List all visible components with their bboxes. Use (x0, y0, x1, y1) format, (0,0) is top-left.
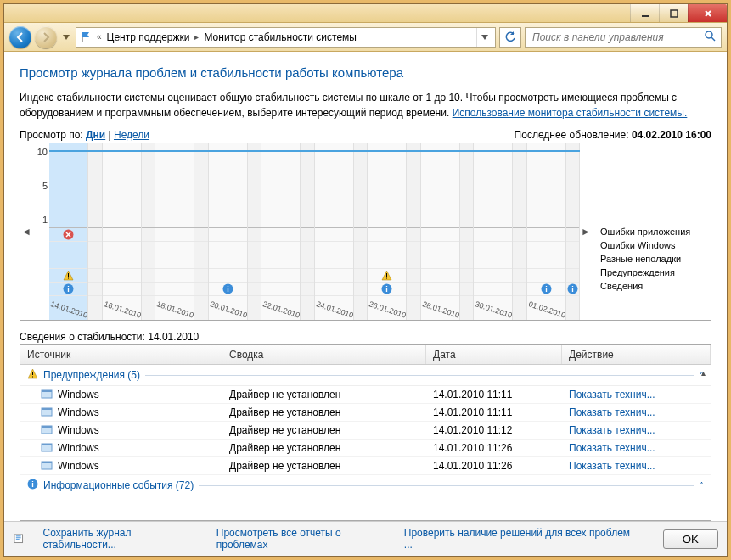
event-cell (261, 228, 300, 242)
event-cell (103, 242, 141, 255)
refresh-button[interactable] (499, 27, 521, 48)
maximize-button[interactable] (659, 4, 688, 22)
breadcrumb-sep: « (97, 32, 102, 42)
page-description: Индекс стабильности системы оценивает об… (20, 90, 711, 120)
view-days-link[interactable]: Дни (86, 129, 105, 141)
event-cell (49, 242, 87, 255)
event-cell (209, 255, 247, 269)
info-icon: i (63, 283, 74, 294)
view-all-reports-link[interactable]: Просмотреть все отчеты о проблемах (216, 527, 389, 551)
summary-cell: Драйвер не установлен (222, 460, 426, 472)
event-cell (474, 228, 512, 242)
col-action[interactable]: Действие (562, 345, 711, 364)
chart-day-column[interactable] (194, 143, 208, 320)
chart-day-column[interactable] (354, 143, 368, 320)
chart-day-column[interactable]: i26.01.2010 (368, 143, 407, 320)
action-link[interactable]: Показать технич... (569, 442, 655, 454)
last-update-label: Последнее обновление: (515, 129, 629, 141)
event-cell (513, 255, 526, 269)
section-header[interactable]: iИнформационные события (72)˄ (20, 475, 711, 496)
table-row[interactable]: WindowsДрайвер не установлен14.01.2010 1… (20, 404, 711, 422)
event-cell: i (49, 283, 87, 296)
view-weeks-link[interactable]: Недели (114, 129, 149, 141)
action-link[interactable]: Показать технич... (569, 389, 655, 400)
col-date[interactable]: Дата (426, 345, 562, 364)
collapse-icon[interactable]: ˄ (700, 481, 704, 490)
chart-day-column[interactable]: 18.01.2010 (155, 143, 194, 320)
chart-day-column[interactable]: 30.01.2010 (474, 143, 513, 320)
check-solutions-link[interactable]: Проверить наличие решений для всех пробл… (404, 527, 633, 551)
breadcrumb-item[interactable]: Центр поддержки (105, 31, 192, 43)
action-link[interactable]: Показать технич... (569, 424, 655, 436)
chart-day-column[interactable]: 24.01.2010 (315, 143, 354, 320)
action-link[interactable]: Показать технич... (569, 460, 655, 472)
history-dropdown[interactable] (60, 35, 72, 40)
save-journal-link[interactable]: Сохранить журнал стабильности... (42, 527, 200, 551)
col-summary[interactable]: Сводка (222, 345, 426, 364)
table-row[interactable]: WindowsДрайвер не установлен14.01.2010 1… (20, 386, 711, 404)
scroll-up-icon[interactable]: ▴ (697, 367, 709, 378)
chart-day-column[interactable]: 22.01.2010 (261, 143, 301, 320)
table-row[interactable]: WindowsДрайвер не установлен14.01.2010 1… (20, 457, 711, 475)
date-label: 18.01.2010 (155, 300, 194, 319)
warning-icon (27, 368, 38, 382)
chart-day-column[interactable]: i (566, 143, 580, 320)
event-cell (142, 283, 155, 296)
chart-day-column[interactable] (248, 143, 261, 320)
address-dropdown[interactable] (476, 28, 492, 47)
title-bar (4, 4, 727, 23)
action-link[interactable]: Показать технич... (569, 406, 655, 418)
date-label: 26.01.2010 (368, 300, 407, 319)
chart-scroll-left[interactable]: ◄ (20, 143, 32, 320)
event-cell (103, 283, 141, 296)
chart-day-column[interactable] (301, 143, 314, 320)
svg-rect-0 (642, 15, 649, 17)
chart-day-column[interactable] (142, 143, 155, 320)
date-cell: 14.01.2010 11:12 (426, 424, 562, 436)
breadcrumb-item[interactable]: Монитор стабильности системы (202, 31, 358, 43)
chart-scroll-right[interactable]: ► (580, 143, 592, 320)
event-cell (368, 228, 406, 242)
event-cell (513, 269, 526, 283)
chart-day-column[interactable] (88, 143, 102, 320)
legend-app-errors: Ошибки приложения (600, 225, 707, 238)
table-row[interactable]: WindowsДрайвер не установлен14.01.2010 1… (20, 422, 711, 440)
chart-day-column[interactable]: i01.02.2010 (527, 143, 566, 320)
section-header[interactable]: Предупреждения (5)˄ (20, 365, 711, 386)
warning-icon (381, 270, 392, 281)
chart-day-column[interactable]: 28.01.2010 (421, 143, 460, 320)
breadcrumb-arrow-icon[interactable]: ▸ (194, 32, 199, 42)
chart-day-column[interactable]: 16.01.2010 (103, 143, 142, 320)
section-label: Предупреждения (5) (43, 369, 140, 381)
details-table: Источник Сводка Дата Действие ▴ Предупре… (20, 344, 711, 521)
ok-button[interactable]: OK (663, 529, 718, 549)
svg-rect-22 (32, 377, 33, 378)
chart-day-column[interactable] (513, 143, 526, 320)
event-cell (209, 242, 247, 255)
back-button[interactable] (9, 26, 31, 48)
search-input[interactable] (531, 31, 699, 44)
col-source[interactable]: Источник (20, 345, 222, 364)
chart-day-column[interactable]: i14.01.2010 (49, 143, 88, 320)
chart-columns: i14.01.201016.01.201018.01.2010i20.01.20… (49, 143, 580, 320)
chart-day-column[interactable]: i20.01.2010 (209, 143, 248, 320)
chart-day-column[interactable] (460, 143, 474, 320)
chart-day-column[interactable] (407, 143, 420, 320)
search-box[interactable] (525, 27, 722, 48)
search-icon[interactable] (704, 30, 716, 44)
legend-warnings: Предупреждения (600, 266, 707, 279)
info-icon: i (381, 283, 392, 294)
event-cell (527, 255, 565, 269)
minimize-button[interactable] (630, 4, 659, 22)
stability-line (49, 150, 580, 152)
source-cell: Windows (58, 424, 99, 436)
close-button[interactable] (688, 4, 727, 22)
table-row[interactable]: WindowsДрайвер не установлен14.01.2010 1… (20, 440, 711, 457)
event-cell (407, 283, 419, 296)
help-link[interactable]: Использование монитора стабильности сист… (453, 107, 688, 119)
forward-button[interactable] (35, 26, 57, 48)
event-cell (103, 269, 141, 283)
address-bar[interactable]: « Центр поддержки ▸ Монитор стабильности… (76, 27, 496, 48)
event-cell (513, 228, 526, 242)
event-cell (566, 228, 579, 242)
